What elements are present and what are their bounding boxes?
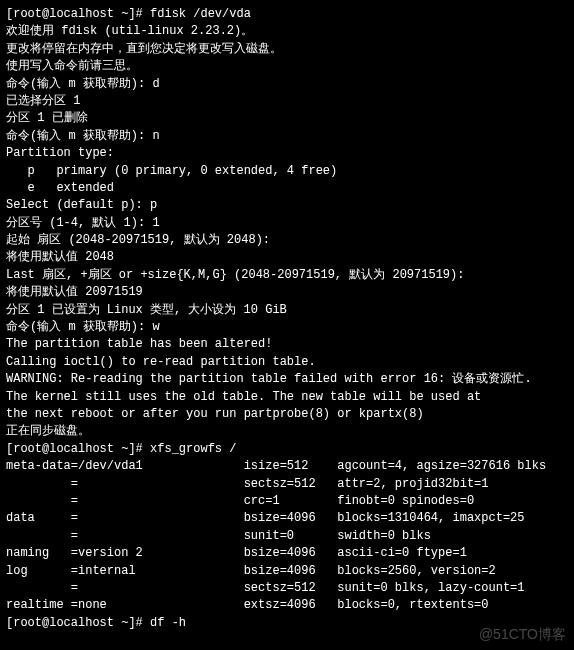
terminal-line: p primary (0 primary, 0 extended, 4 free… <box>6 163 568 180</box>
terminal-line: = sunit=0 swidth=0 blks <box>6 528 568 545</box>
watermark: @51CTO博客 <box>479 624 566 638</box>
terminal-line: 更改将停留在内存中，直到您决定将更改写入磁盘。 <box>6 41 568 58</box>
terminal-line: = crc=1 finobt=0 spinodes=0 <box>6 493 568 510</box>
terminal-line: 命令(输入 m 获取帮助): w <box>6 319 568 336</box>
terminal-line: 使用写入命令前请三思。 <box>6 58 568 75</box>
terminal-line: Partition type: <box>6 145 568 162</box>
terminal-line: 分区 1 已设置为 Linux 类型, 大小设为 10 GiB <box>6 302 568 319</box>
terminal-line: 正在同步磁盘。 <box>6 423 568 440</box>
terminal-output: [root@localhost ~]# fdisk /dev/vda 欢迎使用 … <box>6 6 568 632</box>
terminal-line: The kernel still uses the old table. The… <box>6 389 568 406</box>
terminal-line: e extended <box>6 180 568 197</box>
terminal-line: the next reboot or after you run partpro… <box>6 406 568 423</box>
terminal-line: 将使用默认值 20971519 <box>6 284 568 301</box>
terminal-line: 起始 扇区 (2048-20971519, 默认为 2048): <box>6 232 568 249</box>
terminal-line: The partition table has been altered! <box>6 336 568 353</box>
terminal-line: log =internal bsize=4096 blocks=2560, ve… <box>6 563 568 580</box>
terminal-line: 分区 1 已删除 <box>6 110 568 127</box>
terminal-line: 命令(输入 m 获取帮助): n <box>6 128 568 145</box>
terminal-line: Last 扇区, +扇区 or +size{K,M,G} (2048-20971… <box>6 267 568 284</box>
terminal-line: WARNING: Re-reading the partition table … <box>6 371 568 388</box>
terminal-line: meta-data=/dev/vda1 isize=512 agcount=4,… <box>6 458 568 475</box>
terminal-line: [root@localhost ~]# fdisk /dev/vda <box>6 6 568 23</box>
terminal-line: [root@localhost ~]# xfs_growfs / <box>6 441 568 458</box>
terminal-line: 分区号 (1-4, 默认 1): 1 <box>6 215 568 232</box>
terminal-line: 欢迎使用 fdisk (util-linux 2.23.2)。 <box>6 23 568 40</box>
terminal-line: naming =version 2 bsize=4096 ascii-ci=0 … <box>6 545 568 562</box>
terminal-line: 已选择分区 1 <box>6 93 568 110</box>
terminal-line: Calling ioctl() to re-read partition tab… <box>6 354 568 371</box>
terminal-line: 将使用默认值 2048 <box>6 249 568 266</box>
terminal-line: = sectsz=512 attr=2, projid32bit=1 <box>6 476 568 493</box>
terminal-line: Select (default p): p <box>6 197 568 214</box>
terminal-line: realtime =none extsz=4096 blocks=0, rtex… <box>6 597 568 614</box>
terminal-line: = sectsz=512 sunit=0 blks, lazy-count=1 <box>6 580 568 597</box>
terminal-line: 命令(输入 m 获取帮助): d <box>6 76 568 93</box>
terminal-line: data = bsize=4096 blocks=1310464, imaxpc… <box>6 510 568 527</box>
